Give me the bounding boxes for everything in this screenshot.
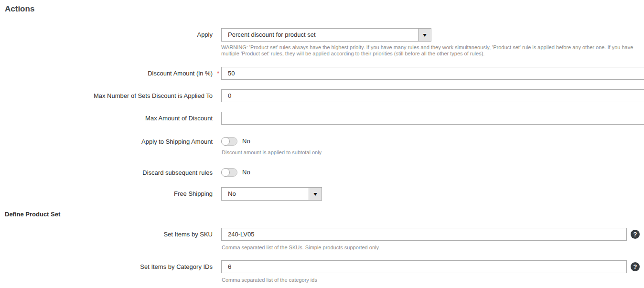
set-items-category-label: Set Items by Category IDs <box>0 260 213 271</box>
max-sets-input[interactable] <box>221 89 644 102</box>
set-items-category-input[interactable] <box>221 260 627 273</box>
max-discount-input[interactable] <box>221 112 644 125</box>
discard-subsequent-toggle-row: No <box>221 166 644 177</box>
field-row-set-items-category: Set Items by Category IDs ? Comma separa… <box>0 260 644 283</box>
field-row-apply: Apply Percent discount for product set ▾… <box>0 28 644 57</box>
discard-subsequent-label: Discard subsequent rules <box>0 166 213 177</box>
help-icon[interactable]: ? <box>631 230 640 239</box>
cart-price-rule-actions-form: Actions Apply Percent discount for produ… <box>0 0 644 288</box>
set-items-sku-label: Set Items by SKU <box>0 228 213 238</box>
set-items-category-note: Comma separated list of the category ids <box>222 277 644 283</box>
toggle-knob <box>221 168 230 177</box>
apply-warning-note: WARNING: 'Product set' rules always have… <box>221 44 644 57</box>
apply-to-shipping-toggle[interactable] <box>221 137 237 146</box>
dropdown-arrow-glyph: ▾ <box>313 191 317 197</box>
help-icon[interactable]: ? <box>631 262 640 271</box>
discard-subsequent-state-label: No <box>242 167 250 176</box>
apply-label: Apply <box>0 28 213 39</box>
field-row-discard-subsequent: Discard subsequent rules No <box>0 166 644 177</box>
set-items-sku-input[interactable] <box>221 228 627 241</box>
set-items-category-control: ? Comma separated list of the category i… <box>221 260 644 283</box>
discard-subsequent-toggle[interactable] <box>221 168 237 177</box>
chevron-down-icon[interactable]: ▾ <box>418 29 431 41</box>
apply-to-shipping-toggle-row: No <box>221 135 644 146</box>
apply-control: Percent discount for product set ▾ WARNI… <box>221 28 644 57</box>
apply-select[interactable]: Percent discount for product set ▾ <box>221 28 431 42</box>
max-discount-label: Max Amount of Discount <box>0 112 213 122</box>
max-sets-control <box>221 89 644 102</box>
apply-to-shipping-control: No Discount amount is applied to subtota… <box>221 135 644 155</box>
discount-amount-label: Discount Amount (in %) * <box>0 67 213 77</box>
field-row-free-shipping: Free Shipping No ▾ <box>0 187 644 201</box>
field-row-max-discount: Max Amount of Discount <box>0 112 644 125</box>
toggle-knob <box>221 137 230 146</box>
section-title-define-product-set: Define Product Set <box>5 211 644 218</box>
set-items-category-input-row: ? <box>221 260 644 273</box>
discount-amount-label-text: Discount Amount (in %) <box>148 70 213 77</box>
field-row-set-items-sku: Set Items by SKU ? Comma separated list … <box>0 228 644 250</box>
set-items-sku-control: ? Comma separated list of the SKUs. Simp… <box>221 228 644 250</box>
max-sets-label: Max Number of Sets Discount is Applied T… <box>0 89 213 100</box>
field-row-apply-to-shipping: Apply to Shipping Amount No Discount amo… <box>0 135 644 155</box>
set-items-sku-input-row: ? <box>221 228 644 241</box>
field-row-max-sets: Max Number of Sets Discount is Applied T… <box>0 89 644 102</box>
apply-select-value: Percent discount for product set <box>222 29 418 41</box>
apply-to-shipping-label: Apply to Shipping Amount <box>0 135 213 146</box>
dropdown-arrow-glyph: ▾ <box>423 32 427 38</box>
free-shipping-select[interactable]: No ▾ <box>221 187 322 201</box>
apply-to-shipping-state-label: No <box>242 136 250 145</box>
free-shipping-select-value: No <box>222 188 309 200</box>
section-title-actions: Actions <box>5 4 644 14</box>
chevron-down-icon[interactable]: ▾ <box>309 188 322 200</box>
apply-to-shipping-note: Discount amount is applied to subtotal o… <box>222 149 644 155</box>
discount-amount-input[interactable] <box>221 67 644 80</box>
field-row-discount-amount: Discount Amount (in %) * <box>0 67 644 80</box>
set-items-sku-note: Comma separated list of the SKUs. Simple… <box>222 245 644 250</box>
required-asterisk: * <box>217 71 219 76</box>
max-discount-control <box>221 112 644 125</box>
free-shipping-label: Free Shipping <box>0 187 213 198</box>
discount-amount-control <box>221 67 644 80</box>
free-shipping-control: No ▾ <box>221 187 644 201</box>
discard-subsequent-control: No <box>221 166 644 177</box>
